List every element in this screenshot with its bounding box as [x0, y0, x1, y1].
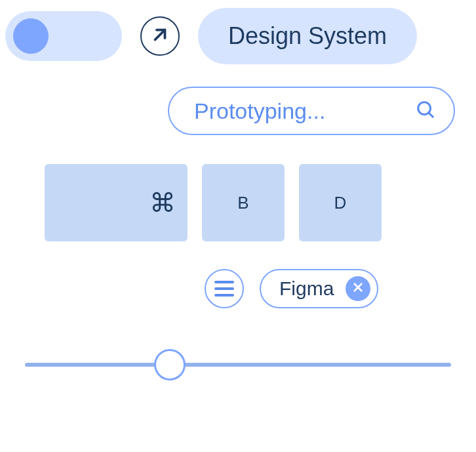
chip-remove-button[interactable] [346, 276, 370, 301]
svg-line-0 [155, 30, 165, 40]
toggle-switch[interactable] [5, 11, 122, 61]
key-command[interactable]: ⌘ [45, 164, 188, 241]
key-label: B [237, 193, 248, 213]
keyboard-shortcut-row: ⌘ B D [0, 135, 476, 241]
close-icon [352, 281, 364, 296]
slider-track [25, 363, 451, 367]
key-label: D [334, 193, 347, 213]
external-link-button[interactable] [140, 16, 180, 56]
slider[interactable] [25, 349, 451, 380]
arrow-up-right-icon [150, 25, 170, 47]
chip-label: Figma [279, 277, 334, 300]
menu-icon [214, 281, 234, 297]
search-icon [416, 100, 435, 122]
menu-button[interactable] [205, 269, 244, 308]
key-b[interactable]: B [202, 164, 285, 241]
key-d[interactable]: D [299, 164, 382, 241]
slider-thumb[interactable] [154, 349, 186, 380]
design-system-pill[interactable]: Design System [198, 8, 417, 64]
toggle-thumb [13, 18, 49, 54]
pill-label: Design System [228, 22, 387, 50]
search-input[interactable]: Prototyping... [168, 87, 455, 135]
svg-line-2 [429, 113, 433, 117]
figma-chip[interactable]: Figma [260, 269, 378, 308]
search-placeholder: Prototyping... [194, 98, 408, 124]
command-icon: ⌘ [149, 188, 176, 218]
